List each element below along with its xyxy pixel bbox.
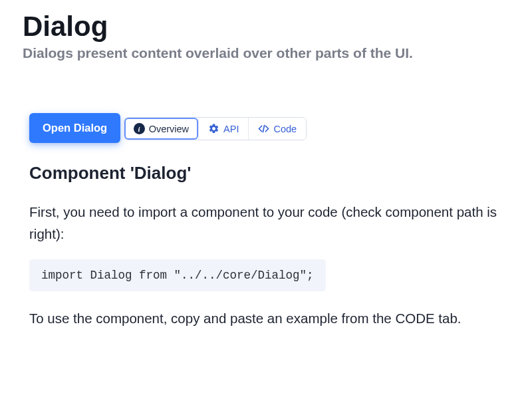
open-dialog-button[interactable]: Open Dialog	[29, 113, 120, 143]
tab-code-label: Code	[273, 124, 297, 134]
import-code-block: import Dialog from "../../core/Dialog";	[29, 259, 326, 291]
tab-code[interactable]: Code	[248, 118, 306, 140]
tab-bar: i Overview API Code	[124, 117, 307, 140]
gear-icon	[208, 123, 219, 134]
tab-api[interactable]: API	[198, 118, 248, 140]
tab-overview[interactable]: i Overview	[124, 118, 198, 140]
info-icon: i	[134, 123, 145, 134]
tab-overview-label: Overview	[149, 124, 189, 134]
svg-line-0	[263, 126, 265, 132]
page-subtitle: Dialogs present content overlaid over ot…	[23, 45, 509, 61]
section-heading: Component 'Dialog'	[29, 163, 509, 184]
code-icon	[258, 123, 269, 134]
tab-api-label: API	[223, 124, 239, 134]
intro-text: First, you need to import a component to…	[29, 201, 509, 245]
usage-text: To use the component, copy and paste an …	[29, 307, 509, 329]
page-title: Dialog	[23, 11, 509, 43]
